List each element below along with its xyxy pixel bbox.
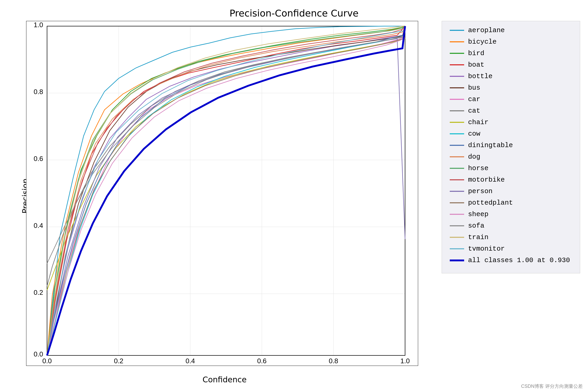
x-axis-label: Confidence [203,375,247,384]
legend-label-6: car [468,95,480,103]
legend-label-4: bottle [468,72,493,80]
legend-label-1: bicycle [468,38,497,46]
legend-line-20 [450,260,464,261]
legend-label-3: boat [468,61,484,69]
legend-label-15: pottedplant [468,199,513,207]
legend-label-18: train [468,233,488,241]
legend-line-16 [450,214,464,215]
legend-item: diningtable [450,141,572,149]
legend-label-20: all classes 1.00 at 0.930 [468,256,570,264]
svg-text:0.2: 0.2 [114,357,123,365]
watermark: CSDN博客 评分方向测量公差 [521,383,583,389]
svg-text:1.0: 1.0 [400,357,410,365]
legend-item: cow [450,130,572,138]
svg-text:0.2: 0.2 [34,289,43,296]
svg-text:0.6: 0.6 [257,357,267,365]
legend-label-5: bus [468,84,480,92]
legend-line-17 [450,225,464,226]
legend-label-14: person [468,187,493,195]
legend-item: cat [450,107,572,115]
legend-label-19: tvmonitor [468,245,505,253]
svg-text:0.8: 0.8 [34,88,43,96]
legend-item: aeroplane [450,26,572,34]
legend-item: sheep [450,210,572,218]
legend-label-11: dog [468,153,480,161]
legend-item: tvmonitor [450,245,572,253]
legend-line-6 [450,99,464,100]
legend-item: motorbike [450,176,572,184]
legend-item: pottedplant [450,199,572,207]
legend-line-13 [450,179,464,180]
legend-line-9 [450,133,464,134]
legend-line-7 [450,110,464,111]
legend-item: bicycle [450,38,572,46]
plot-area: 1.0 0.8 0.6 0.4 0.2 0.0 0.0 0.2 0.4 0.6 … [26,21,418,366]
chart-title: Precision-Confidence Curve [229,8,359,19]
legend-item: bus [450,84,572,92]
legend-item: bird [450,49,572,57]
legend-label-9: cow [468,130,480,138]
legend: aeroplanebicyclebirdboatbottlebuscarcatc… [442,21,580,273]
legend-line-8 [450,122,464,123]
legend-line-2 [450,53,464,54]
plot-svg: 1.0 0.8 0.6 0.4 0.2 0.0 0.0 0.2 0.4 0.6 … [26,21,418,366]
legend-label-2: bird [468,49,484,57]
svg-text:0.8: 0.8 [329,357,338,365]
legend-line-3 [450,64,464,65]
legend-item: boat [450,61,572,69]
legend-item: train [450,233,572,241]
legend-item: sofa [450,222,572,230]
legend-line-11 [450,156,464,157]
legend-line-1 [450,41,464,42]
legend-label-0: aeroplane [468,26,505,34]
legend-line-4 [450,76,464,77]
svg-text:1.0: 1.0 [34,21,43,29]
legend-line-15 [450,202,464,203]
legend-label-12: horse [468,164,488,172]
legend-item: all classes 1.00 at 0.930 [450,256,572,264]
svg-text:0.4: 0.4 [34,222,43,229]
legend-line-19 [450,248,464,249]
chart-container: Precision-Confidence Curve Precision [0,0,588,392]
legend-item: dog [450,153,572,161]
legend-item: horse [450,164,572,172]
legend-label-13: motorbike [468,176,505,184]
legend-item: car [450,95,572,103]
svg-text:0.4: 0.4 [186,357,195,365]
legend-line-10 [450,145,464,146]
legend-line-0 [450,30,464,31]
legend-line-14 [450,191,464,192]
legend-label-17: sofa [468,222,484,230]
svg-text:0.0: 0.0 [42,357,52,365]
legend-line-5 [450,87,464,88]
legend-item: bottle [450,72,572,80]
legend-label-7: cat [468,107,480,115]
legend-item: chair [450,118,572,126]
legend-label-10: diningtable [468,141,513,149]
legend-line-18 [450,237,464,238]
legend-label-16: sheep [468,210,488,218]
legend-label-8: chair [468,118,488,126]
legend-item: person [450,187,572,195]
svg-text:0.0: 0.0 [34,350,43,358]
svg-text:0.6: 0.6 [34,155,43,163]
legend-line-12 [450,168,464,169]
